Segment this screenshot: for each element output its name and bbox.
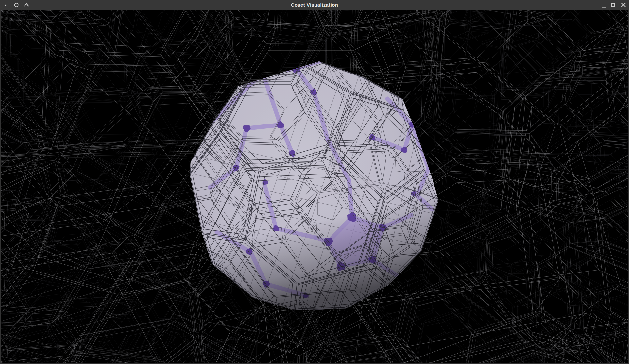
svg-text:Coset Visualization: Coset Visualization [291, 2, 338, 8]
